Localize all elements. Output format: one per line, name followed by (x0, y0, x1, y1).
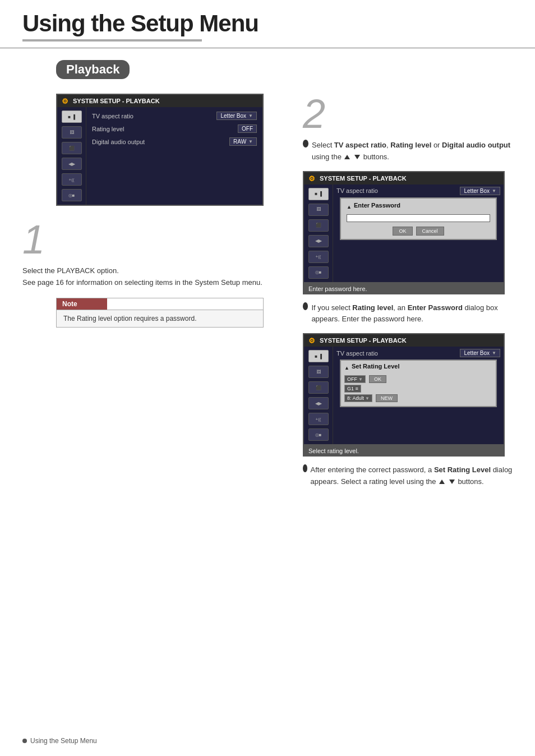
sidebar-icon-2: 🖼 (62, 126, 82, 139)
right-column: 2 Select TV aspect ratio, Rating level o… (292, 94, 513, 494)
rating-sidebar-4: ◀▶ (308, 397, 329, 409)
note-header: Note (57, 298, 107, 310)
step1-text: Select the PLAYBACK option. See page 16 … (22, 265, 292, 289)
pass-sidebar-5: +(( (308, 251, 329, 263)
rating-main: TV aspect ratio Letter Box ▼ ▲ Set Ratin… (333, 347, 504, 444)
password-screen-body: ■ ▐ 🖼 ⬛ ◀▶ +(( ◎■ TV aspect ratio Letter… (304, 185, 504, 282)
setup-screen-1: ⚙ SYSTEM SETUP - PLAYBACK ■ ▐ 🖼 ⬛ ◀▶ +((… (56, 94, 264, 206)
step2-bullet-b: If you select Rating level, an Enter Pas… (303, 302, 513, 326)
bullet-c-text: After entering the correct password, a S… (311, 464, 513, 488)
bullet-b-text: If you select Rating level, an Enter Pas… (311, 302, 513, 326)
footer-bullet (22, 739, 27, 743)
setup-row-audio: Digital audio output RAW ▼ (92, 137, 257, 146)
page-title: Using the Setup Menu (22, 10, 513, 37)
left-column: ⚙ SYSTEM SETUP - PLAYBACK ■ ▐ 🖼 ⬛ ◀▶ +((… (22, 94, 292, 333)
gear-icon-3: ⚙ (308, 336, 316, 344)
pass-sidebar-2: 🖼 (308, 204, 329, 216)
footer-text: Using the Setup Menu (30, 737, 97, 745)
pass-sidebar-6: ◎■ (308, 266, 329, 279)
gear-icon-2: ⚙ (308, 174, 316, 182)
section-label: Playback (56, 60, 130, 79)
password-sidebar: ■ ▐ 🖼 ⬛ ◀▶ +(( ◎■ (304, 185, 333, 282)
sidebar-icon-1: ■ ▐ (62, 110, 82, 123)
main-content: Playback ⚙ SYSTEM SETUP - PLAYBACK ■ ▐ 🖼… (0, 49, 535, 516)
top-section: ⚙ SYSTEM SETUP - PLAYBACK ■ ▐ 🖼 ⬛ ◀▶ +((… (22, 94, 513, 494)
rating-sidebar: ■ ▐ 🖼 ⬛ ◀▶ +(( ◎■ (304, 347, 333, 444)
rating-tv-row: TV aspect ratio Letter Box ▼ (336, 349, 500, 357)
password-screen-title: ⚙ SYSTEM SETUP - PLAYBACK (304, 172, 504, 185)
screen-title-label-1: SYSTEM SETUP - PLAYBACK (73, 98, 160, 104)
enter-password-dialog: ▲ Enter Password OK Cancel (340, 197, 497, 240)
rating-dialog-title: Set Rating Level (352, 363, 400, 370)
bullet-c-icon (303, 464, 307, 472)
rating-option-off: OFF ▼ OK (344, 375, 492, 383)
rating-sidebar-2: 🖼 (308, 366, 329, 378)
rating-sidebar-3: ⬛ (308, 381, 329, 394)
rating-sidebar-1: ■ ▐ (308, 350, 329, 362)
pass-sidebar-3: ⬛ (308, 219, 329, 232)
rating-new-button[interactable]: NEW (376, 394, 398, 402)
password-dialog-title: Enter Password (354, 202, 400, 209)
password-input-field[interactable] (347, 214, 490, 222)
sidebar-icon-3: ⬛ (62, 142, 82, 154)
sidebar-icon-4: ◀▶ (62, 158, 82, 170)
rating-sidebar-6: ◎■ (308, 428, 329, 441)
pass-sidebar-1: ■ ▐ (308, 188, 329, 200)
password-main: TV aspect ratio Letter Box ▼ ▲ Enter Pas… (333, 185, 504, 282)
bullet-a-icon (303, 140, 308, 147)
setup-row-rating: Rating level OFF (92, 125, 257, 133)
gear-icon: ⚙ (62, 97, 70, 105)
rating-option-g1: G1 ≡ (344, 385, 492, 393)
password-caption: Enter password here. (303, 283, 505, 294)
password-screen: ⚙ SYSTEM SETUP - PLAYBACK ■ ▐ 🖼 ⬛ ◀▶ +((… (303, 171, 505, 283)
screen-body-1: ■ ▐ 🖼 ⬛ ◀▶ +(( ◎■ TV aspect ratio Letter… (57, 107, 262, 205)
password-cancel-button[interactable]: Cancel (416, 227, 444, 236)
rating-screen-body: ■ ▐ 🖼 ⬛ ◀▶ +(( ◎■ TV aspect ratio Letter… (304, 347, 504, 444)
rating-dialog-box: ▲ Set Rating Level OFF ▼ OK G1 ≡ (340, 359, 497, 407)
rating-ok-button[interactable]: OK (369, 375, 386, 383)
step1-section: 1 Select the PLAYBACK option. See page 1… (22, 219, 292, 289)
rating-sidebar-5: +(( (308, 413, 329, 425)
step2-bullet-a: Select TV aspect ratio, Rating level or … (303, 140, 513, 163)
screen-main-1: TV aspect ratio Letter Box ▼ Rating leve… (86, 107, 262, 205)
rating-screen-title: ⚙ SYSTEM SETUP - PLAYBACK (304, 334, 504, 347)
pass-sidebar-4: ◀▶ (308, 235, 329, 247)
password-screen-label: SYSTEM SETUP - PLAYBACK (320, 175, 407, 182)
header-accent-bar (22, 39, 202, 42)
step2-bullet-c: After entering the correct password, a S… (303, 464, 513, 488)
rating-screen: ⚙ SYSTEM SETUP - PLAYBACK ■ ▐ 🖼 ⬛ ◀▶ +((… (303, 333, 505, 445)
sidebar-icon-6: ◎■ (62, 189, 82, 201)
up-arrow-2 (439, 480, 445, 484)
bullet-b-icon (303, 302, 308, 310)
password-buttons: OK Cancel (347, 227, 490, 236)
sidebar-icon-5: +(( (62, 173, 82, 186)
rating-option-adult: 8: Adult ▼ NEW (344, 394, 492, 402)
password-ok-button[interactable]: OK (393, 227, 412, 236)
step2-number: 2 (303, 94, 513, 134)
page-header: Using the Setup Menu (0, 0, 535, 49)
screen-title-1: ⚙ SYSTEM SETUP - PLAYBACK (57, 95, 262, 107)
note-box: Note The Rating level option requires a … (56, 298, 264, 328)
rating-screen-label: SYSTEM SETUP - PLAYBACK (320, 337, 407, 344)
step1-number: 1 (22, 219, 292, 260)
screen-sidebar-1: ■ ▐ 🖼 ⬛ ◀▶ +(( ◎■ (57, 107, 86, 205)
page-footer: Using the Setup Menu (22, 737, 97, 745)
note-body: The Rating level option requires a passw… (57, 310, 263, 327)
rating-caption: Select rating level. (303, 445, 505, 457)
setup-row-tv: TV aspect ratio Letter Box ▼ (92, 112, 257, 120)
up-arrow-1 (344, 155, 350, 159)
pass-tv-row: TV aspect ratio Letter Box ▼ (336, 187, 500, 195)
down-arrow-1 (354, 155, 360, 159)
down-arrow-2 (449, 480, 455, 484)
bullet-a-text: Select TV aspect ratio, Rating level or … (312, 140, 513, 163)
